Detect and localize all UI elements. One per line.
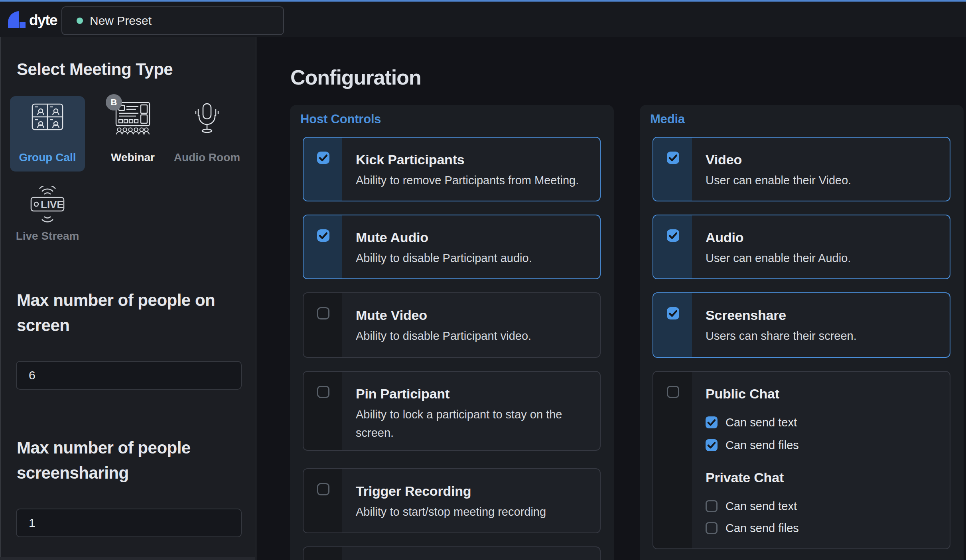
- max-on-screen-label: Max number of people on screen: [17, 288, 246, 338]
- card-strip: [653, 293, 692, 357]
- audio-room-icon[interactable]: [193, 102, 221, 137]
- card-strip: [304, 469, 342, 532]
- private-can-send-files-checkbox[interactable]: [706, 522, 718, 534]
- card-description: User can enable their Video.: [706, 171, 851, 189]
- card-description: Ability to disable Participant audio.: [356, 249, 532, 267]
- topbar: dyte New Preset: [0, 2, 966, 37]
- card-title: Trigger Recording: [356, 483, 471, 499]
- card-strip: [304, 547, 342, 560]
- card-strip: [304, 138, 342, 201]
- max-on-screen-input[interactable]: [16, 361, 242, 390]
- card-mute-audio[interactable]: Mute Audio Ability to disable Participan…: [303, 215, 601, 279]
- card-chat[interactable]: Public Chat Can send text Can send files…: [653, 371, 950, 549]
- max-screenshare-input[interactable]: [16, 509, 242, 537]
- sidebar-scrollbar[interactable]: [0, 557, 255, 560]
- card-title: Mute Video: [356, 308, 427, 323]
- private-can-send-text-checkbox[interactable]: [706, 500, 718, 512]
- live-icon-text: LIVE: [41, 199, 64, 211]
- audio-checkbox[interactable]: [667, 229, 679, 242]
- preset-name: New Preset: [90, 14, 152, 28]
- media-panel: Media Video User can enable their Video.…: [640, 105, 964, 560]
- card-description: Ability to disable Participant video.: [356, 327, 531, 345]
- max-screenshare-label: Max number of people screensharing: [17, 435, 246, 485]
- sidebar: Select Meeting Type Group Call: [0, 37, 256, 560]
- card-description: Ability to start/stop meeting recording: [356, 503, 546, 521]
- public-can-send-text-label: Can send text: [725, 416, 797, 429]
- dyte-logo[interactable]: dyte: [7, 9, 57, 32]
- card-pin-participant[interactable]: Pin Participant Ability to lock a partic…: [303, 371, 601, 451]
- card-title: Kick Participants: [356, 152, 465, 168]
- meeting-type-audio-room-label[interactable]: Audio Room: [170, 151, 244, 164]
- brand-wordmark: dyte: [29, 12, 57, 29]
- meeting-type-group-call-label: Group Call: [10, 151, 85, 164]
- group-call-icon: [32, 103, 63, 132]
- card-trigger-recording[interactable]: Trigger Recording Ability to start/stop …: [303, 468, 601, 533]
- host-controls-panel: Host Controls Kick Participants Ability …: [290, 105, 614, 560]
- card-title: Pin Participant: [356, 386, 449, 402]
- media-heading: Media: [650, 112, 685, 126]
- webinar-beta-badge: B: [106, 94, 122, 110]
- card-description: Users can share their screen.: [706, 327, 857, 345]
- preset-name-box[interactable]: New Preset: [61, 6, 284, 35]
- card-strip: [653, 372, 692, 548]
- trigger-recording-checkbox[interactable]: [317, 483, 329, 495]
- card-strip: [304, 372, 342, 450]
- app-window: dyte New Preset Select Meeting Type: [0, 0, 966, 560]
- public-chat-checkbox[interactable]: [667, 386, 679, 398]
- card-video[interactable]: Video User can enable their Video.: [653, 137, 950, 201]
- card-strip: [653, 138, 692, 201]
- card-strip: [304, 215, 342, 278]
- public-can-send-text-checkbox[interactable]: [706, 416, 718, 428]
- mute-audio-checkbox[interactable]: [317, 229, 329, 242]
- card-mute-video[interactable]: Mute Video Ability to disable Participan…: [303, 292, 601, 358]
- private-chat-title: Private Chat: [706, 470, 784, 485]
- host-controls-heading: Host Controls: [300, 112, 381, 126]
- card-kick-participants[interactable]: Kick Participants Ability to remove Part…: [303, 137, 601, 201]
- mute-video-checkbox[interactable]: [317, 307, 329, 319]
- card-description: User can enable their Audio.: [706, 249, 851, 267]
- page-title: Configuration: [290, 65, 421, 89]
- sidebar-left-edge: [0, 37, 1, 560]
- meeting-type-title: Select Meeting Type: [17, 60, 173, 79]
- video-checkbox[interactable]: [667, 152, 679, 164]
- card-description: Ability to lock a participant to stay on…: [356, 405, 587, 442]
- webinar-beta-badge-letter: B: [111, 97, 117, 108]
- meeting-type-live-stream-label[interactable]: Live Stream: [10, 230, 85, 243]
- public-can-send-files-checkbox[interactable]: [706, 439, 718, 451]
- card-strip: [653, 215, 692, 278]
- card-title: Mute Audio: [356, 230, 428, 245]
- card-partial[interactable]: [303, 546, 601, 560]
- public-can-send-files-label: Can send files: [725, 439, 799, 452]
- preset-status-dot-icon: [77, 18, 83, 24]
- live-stream-icon[interactable]: LIVE: [26, 186, 69, 226]
- card-title: Audio: [706, 230, 743, 245]
- card-screenshare[interactable]: Screenshare Users can share their screen…: [653, 292, 950, 358]
- kick-participants-checkbox[interactable]: [317, 152, 329, 164]
- private-can-send-text-row: Can send text: [706, 500, 797, 512]
- card-title: Screenshare: [706, 308, 786, 323]
- private-can-send-files-row: Can send files: [706, 522, 799, 534]
- meeting-type-webinar-label[interactable]: Webinar: [95, 151, 170, 164]
- card-strip: [304, 293, 342, 357]
- card-description: Ability to remove Participants from Meet…: [356, 171, 579, 189]
- dyte-logo-icon: [7, 10, 26, 31]
- private-can-send-text-label: Can send text: [725, 500, 797, 513]
- card-title: Video: [706, 152, 742, 168]
- pin-participant-checkbox[interactable]: [317, 386, 329, 398]
- public-chat-title: Public Chat: [706, 386, 779, 402]
- public-can-send-text-row: Can send text: [706, 416, 797, 428]
- private-can-send-files-label: Can send files: [725, 522, 799, 535]
- screenshare-checkbox[interactable]: [667, 307, 679, 319]
- card-audio[interactable]: Audio User can enable their Audio.: [653, 215, 950, 279]
- public-can-send-files-row: Can send files: [706, 439, 799, 451]
